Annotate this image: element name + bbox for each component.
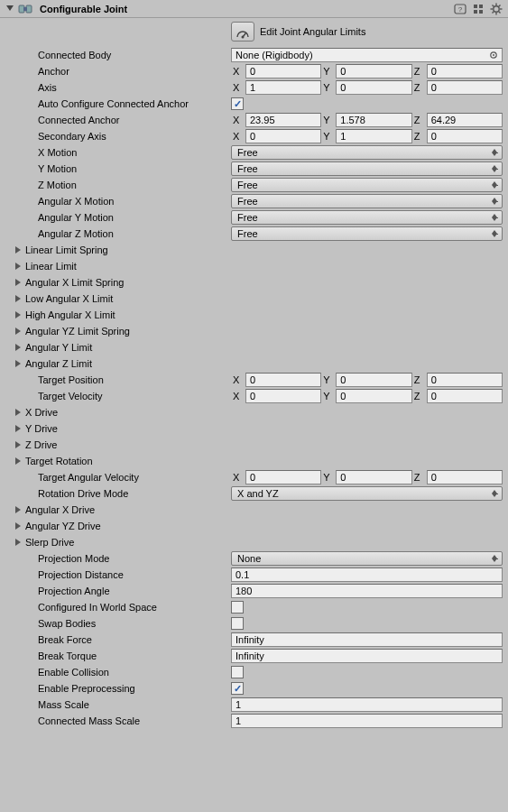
svg-marker-29 bbox=[492, 198, 497, 201]
axis-x-label: X bbox=[231, 82, 244, 93]
rotation-drive-mode-dropdown[interactable]: X and YZ bbox=[231, 486, 503, 501]
foldout-arrow[interactable] bbox=[13, 457, 25, 465]
target-velocity-y-label: Y bbox=[321, 391, 334, 401]
projection-angle-row: Projection Angle bbox=[0, 583, 508, 599]
help-icon[interactable]: ? bbox=[454, 3, 466, 15]
target-position-y-input[interactable] bbox=[336, 373, 411, 387]
svg-rect-9 bbox=[479, 10, 483, 14]
connected-body-field[interactable]: None (Rigidbody) bbox=[231, 48, 503, 62]
axis-y-input[interactable] bbox=[336, 80, 411, 95]
projection-mode-dropdown[interactable]: None bbox=[231, 551, 503, 566]
axis-x-input[interactable] bbox=[245, 80, 321, 95]
angular-y-motion-row: Angular Y MotionFree bbox=[0, 209, 508, 226]
foldout-arrow[interactable] bbox=[13, 311, 25, 318]
target-position-x-input[interactable] bbox=[245, 373, 321, 387]
angular-x-motion-value: Free bbox=[237, 196, 258, 207]
object-picker-icon[interactable] bbox=[488, 50, 499, 60]
gear-icon[interactable] bbox=[490, 3, 503, 15]
svg-point-22 bbox=[493, 54, 494, 56]
z-motion-dropdown[interactable]: Free bbox=[231, 178, 503, 192]
angular-x-motion-dropdown[interactable]: Free bbox=[231, 194, 503, 208]
svg-marker-48 bbox=[492, 494, 497, 497]
projection-angle-input[interactable] bbox=[231, 584, 503, 598]
secondary-axis-z-input[interactable] bbox=[427, 129, 503, 143]
z-motion-value: Free bbox=[237, 180, 258, 190]
x-motion-dropdown[interactable]: Free bbox=[231, 145, 503, 160]
target-velocity-row: Target VelocityXYZ bbox=[0, 388, 508, 404]
target-position-z-label: Z bbox=[412, 374, 425, 385]
angular-y-motion-value: Free bbox=[237, 212, 258, 223]
connected-anchor-z-input[interactable] bbox=[427, 113, 503, 127]
break-torque-label: Break Torque bbox=[38, 651, 97, 661]
preset-icon[interactable] bbox=[472, 3, 485, 15]
foldout-arrow[interactable] bbox=[13, 344, 25, 351]
projection-mode-row: Projection ModeNone bbox=[0, 550, 508, 567]
anchor-y-input[interactable] bbox=[336, 64, 411, 78]
low-angular-x-limit-label: Low Angular X Limit bbox=[25, 293, 113, 304]
foldout-arrow[interactable] bbox=[13, 328, 25, 335]
enable-preprocessing-checkbox[interactable] bbox=[231, 682, 244, 695]
break-force-input[interactable] bbox=[231, 632, 503, 647]
break-force-row: Break Force bbox=[0, 632, 508, 648]
foldout-arrow[interactable] bbox=[13, 441, 25, 448]
foldout-arrow[interactable] bbox=[13, 246, 25, 254]
target-velocity-x-input[interactable] bbox=[245, 389, 321, 403]
slerp-drive-row: Slerp Drive bbox=[0, 534, 508, 550]
target-angular-velocity-x-input[interactable] bbox=[245, 470, 321, 484]
connected-anchor-x-input[interactable] bbox=[245, 113, 321, 127]
axis-y-label: Y bbox=[321, 82, 334, 93]
target-angular-velocity-z-input[interactable] bbox=[427, 470, 503, 484]
connected-mass-scale-input[interactable] bbox=[231, 714, 503, 728]
svg-marker-50 bbox=[15, 522, 21, 530]
secondary-axis-row: Secondary AxisXYZ bbox=[0, 128, 508, 144]
target-position-z-input[interactable] bbox=[427, 373, 503, 387]
component-icon bbox=[18, 2, 32, 16]
break-torque-input[interactable] bbox=[231, 649, 503, 663]
foldout-arrow[interactable] bbox=[13, 360, 25, 367]
target-position-x-label: X bbox=[231, 374, 244, 385]
anchor-x-input[interactable] bbox=[245, 64, 321, 78]
foldout-arrow[interactable] bbox=[13, 522, 25, 530]
mass-scale-input[interactable] bbox=[231, 697, 503, 712]
target-velocity-z-input[interactable] bbox=[427, 389, 503, 403]
y-motion-dropdown[interactable]: Free bbox=[231, 161, 503, 176]
foldout-arrow[interactable] bbox=[13, 295, 25, 302]
edit-angular-limits-button[interactable] bbox=[231, 22, 254, 42]
configured-in-world-space-checkbox[interactable] bbox=[231, 601, 244, 614]
foldout-arrow[interactable] bbox=[13, 506, 25, 513]
configured-in-world-space-label: Configured In World Space bbox=[38, 602, 157, 613]
anchor-label: Anchor bbox=[38, 66, 69, 77]
svg-marker-30 bbox=[492, 201, 497, 205]
angular-yz-limit-spring-label: Angular YZ Limit Spring bbox=[25, 326, 130, 337]
foldout-arrow[interactable] bbox=[13, 279, 25, 286]
target-rotation-row: Target Rotation bbox=[0, 453, 508, 469]
angular-yz-limit-spring-row: Angular YZ Limit Spring bbox=[0, 323, 508, 339]
target-angular-velocity-z-label: Z bbox=[412, 472, 425, 483]
auto-configure-connected-anchor-checkbox[interactable] bbox=[231, 97, 244, 110]
svg-marker-31 bbox=[492, 214, 497, 217]
connected-anchor-y-input[interactable] bbox=[336, 113, 411, 127]
connected-body-row: Connected BodyNone (Rigidbody) bbox=[0, 47, 508, 63]
foldout-arrow[interactable] bbox=[13, 539, 25, 546]
svg-marker-51 bbox=[15, 539, 21, 546]
secondary-axis-x-input[interactable] bbox=[245, 129, 321, 143]
target-velocity-y-input[interactable] bbox=[336, 389, 411, 403]
target-angular-velocity-y-input[interactable] bbox=[336, 470, 411, 484]
angular-y-motion-dropdown[interactable]: Free bbox=[231, 210, 503, 225]
projection-angle-label: Projection Angle bbox=[38, 586, 110, 596]
anchor-z-input[interactable] bbox=[427, 64, 503, 78]
foldout-arrow[interactable] bbox=[13, 263, 25, 270]
y-drive-row: Y Drive bbox=[0, 420, 508, 437]
svg-marker-45 bbox=[15, 441, 21, 448]
secondary-axis-label: Secondary Axis bbox=[38, 131, 106, 142]
foldout-arrow[interactable] bbox=[13, 409, 25, 416]
secondary-axis-y-input[interactable] bbox=[336, 129, 411, 143]
component-foldout[interactable] bbox=[5, 5, 14, 14]
foldout-arrow[interactable] bbox=[13, 425, 25, 432]
axis-z-input[interactable] bbox=[427, 80, 503, 95]
angular-z-motion-dropdown[interactable]: Free bbox=[231, 226, 503, 241]
target-velocity-x-label: X bbox=[231, 391, 244, 401]
projection-distance-input[interactable] bbox=[231, 567, 503, 582]
swap-bodies-checkbox[interactable] bbox=[231, 617, 244, 630]
enable-collision-checkbox[interactable] bbox=[231, 666, 244, 678]
